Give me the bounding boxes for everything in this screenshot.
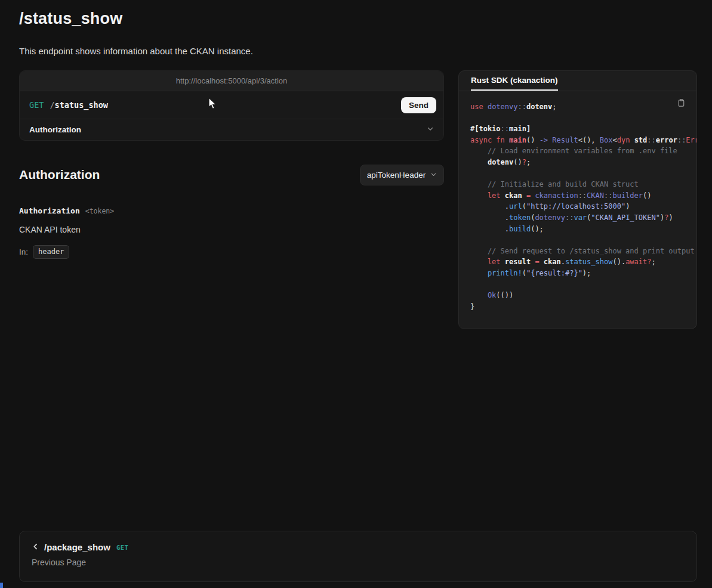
base-url: http://localhost:5000/api/3/action — [176, 76, 287, 85]
endpoint-description: This endpoint shows information about th… — [19, 46, 253, 56]
copy-to-clipboard-button[interactable] — [677, 98, 686, 109]
page-title: /status_show — [19, 10, 122, 28]
previous-page-label: Previous Page — [32, 558, 685, 567]
auth-in-label: In: — [19, 247, 28, 256]
auth-param-line: Authorization <token> — [19, 206, 114, 215]
code-language-tab[interactable]: Rust SDK (ckanaction) — [471, 71, 558, 91]
chevron-down-icon — [427, 125, 434, 134]
auth-param-description: CKAN API token — [19, 225, 81, 234]
code-lines[interactable]: use dotenvy::dotenv; #[tokio::main]async… — [470, 101, 696, 312]
code-body: use dotenvy::dotenv; #[tokio::main]async… — [459, 91, 696, 329]
authorization-row-label: Authorization — [29, 125, 81, 134]
clipboard-icon — [677, 100, 686, 109]
auth-scheme-select[interactable]: apiTokenHeader — [360, 165, 444, 185]
path-slash: / — [50, 100, 54, 110]
auth-scheme-selected-value: apiTokenHeader — [367, 171, 426, 180]
endpoint-path: status_show — [55, 100, 108, 110]
auth-in-line: In: header — [19, 245, 69, 259]
http-method-label: GET — [29, 100, 44, 110]
request-row: GET / status_show Send — [20, 91, 443, 119]
previous-endpoint-path: /package_show — [44, 542, 110, 552]
auth-param-type: <token> — [85, 207, 114, 215]
chevron-left-icon — [32, 542, 39, 552]
request-card: http://localhost:5000/api/3/action GET /… — [19, 70, 444, 141]
corner-marker — [0, 583, 3, 588]
chevron-down-icon — [430, 171, 437, 180]
previous-endpoint-method: GET — [116, 544, 128, 551]
authorization-section-heading: Authorization — [19, 168, 100, 182]
code-sample-panel: Rust SDK (ckanaction) use dotenvy::doten… — [458, 70, 697, 329]
auth-in-badge: header — [33, 245, 69, 259]
previous-page-row: /package_show GET — [32, 542, 685, 552]
send-button[interactable]: Send — [401, 97, 436, 113]
code-panel-header: Rust SDK (ckanaction) — [459, 71, 696, 91]
authorization-accordion-row[interactable]: Authorization — [20, 119, 443, 140]
base-url-bar[interactable]: http://localhost:5000/api/3/action — [20, 71, 443, 91]
previous-page-card[interactable]: /package_show GET Previous Page — [19, 531, 697, 582]
auth-param-name: Authorization — [19, 206, 80, 215]
